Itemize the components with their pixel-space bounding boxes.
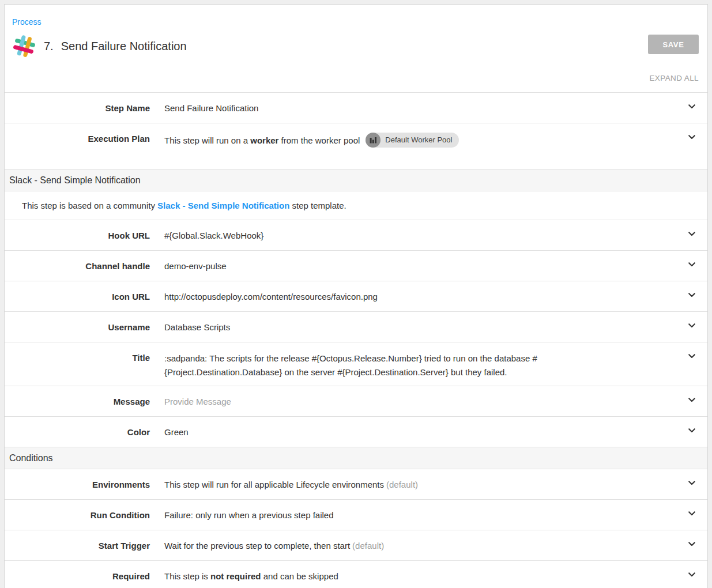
community-template-info: This step is based on a community Slack … — [5, 191, 707, 220]
row-required[interactable]: Required This step is not required and c… — [5, 560, 707, 588]
title-row: 7. Send Failure Notification SAVE — [12, 33, 699, 59]
row-execution-plan[interactable]: Execution Plan This step will run on a w… — [5, 123, 707, 169]
row-message[interactable]: Message Provide Message — [5, 386, 707, 416]
save-button[interactable]: SAVE — [648, 35, 699, 54]
icon-url-value: http://octopusdeploy.com/content/resourc… — [164, 291, 378, 303]
required-value: This step is not required and can be ski… — [164, 570, 338, 582]
chevron-down-icon[interactable] — [687, 133, 696, 142]
title-value: :sadpanda: The scripts for the release #… — [164, 352, 623, 379]
color-label: Color — [5, 426, 150, 438]
required-label: Required — [5, 570, 150, 582]
default-badge: (default) — [386, 480, 418, 489]
step-name-label: Step Name — [5, 102, 150, 114]
page-title: Send Failure Notification — [61, 40, 648, 53]
row-hook-url[interactable]: Hook URL #{Global.Slack.WebHook} — [5, 220, 707, 250]
row-channel-handle[interactable]: Channel handle demo-env-pulse — [5, 250, 707, 281]
info-text: This step is based on a community — [22, 201, 157, 210]
chevron-down-icon[interactable] — [687, 395, 696, 405]
username-value: Database Scripts — [164, 321, 230, 333]
hook-url-value: #{Global.Slack.WebHook} — [164, 229, 263, 242]
section-header-step-template: Slack - Send Simple Notification — [5, 169, 707, 191]
channel-handle-value: demo-env-pulse — [164, 260, 227, 272]
row-color[interactable]: Color Green — [5, 416, 707, 447]
chevron-down-icon[interactable] — [687, 260, 696, 269]
breadcrumb-process-link[interactable]: Process — [12, 17, 42, 27]
process-step-card: Process 7. Send Failure Notification SAV… — [4, 4, 708, 588]
row-title[interactable]: Title :sadpanda: The scripts for the rel… — [5, 342, 707, 386]
message-label: Message — [5, 395, 150, 408]
row-run-condition[interactable]: Run Condition Failure: only run when a p… — [5, 499, 707, 530]
chevron-down-icon[interactable] — [687, 291, 696, 300]
run-condition-value: Failure: only run when a previous step f… — [164, 509, 334, 521]
color-value: Green — [164, 426, 189, 438]
row-username[interactable]: Username Database Scripts — [5, 311, 707, 342]
execution-plan-label: Execution Plan — [5, 133, 150, 145]
row-start-trigger[interactable]: Start Trigger Wait for the previous step… — [5, 530, 707, 560]
chevron-down-icon[interactable] — [687, 102, 696, 111]
step-name-value: Send Failure Notification — [164, 102, 258, 114]
step-number: 7. — [44, 40, 54, 53]
worker-pool-chip-label: Default Worker Pool — [385, 133, 452, 148]
worker-pool-chip[interactable]: Default Worker Pool — [366, 133, 459, 148]
default-badge: (default) — [352, 541, 384, 551]
chevron-down-icon[interactable] — [687, 426, 696, 435]
environments-value: This step will run for all applicable Li… — [164, 478, 418, 491]
hook-url-label: Hook URL — [5, 229, 150, 242]
title-label: Title — [5, 352, 150, 364]
chevron-down-icon[interactable] — [687, 478, 696, 488]
chevron-down-icon[interactable] — [687, 540, 696, 549]
chevron-down-icon[interactable] — [687, 352, 696, 361]
row-environments[interactable]: Environments This step will run for all … — [5, 469, 707, 499]
chevron-down-icon[interactable] — [687, 570, 696, 579]
execution-plan-value: This step will run on a worker from the … — [164, 133, 459, 148]
environments-label: Environments — [5, 478, 150, 491]
channel-handle-label: Channel handle — [5, 260, 150, 272]
message-placeholder: Provide Message — [164, 395, 231, 408]
expand-row: EXPAND ALL — [12, 73, 699, 88]
chevron-down-icon[interactable] — [687, 509, 696, 518]
row-step-name[interactable]: Step Name Send Failure Notification — [5, 92, 707, 123]
chevron-down-icon[interactable] — [687, 321, 696, 330]
card-header: Process 7. Send Failure Notification SAV… — [5, 5, 707, 92]
section-header-conditions: Conditions — [5, 447, 707, 469]
slack-hash-icon — [12, 34, 36, 58]
icon-url-label: Icon URL — [5, 291, 150, 303]
execution-plan-text: This step will run on a worker from the … — [164, 134, 360, 146]
run-condition-label: Run Condition — [5, 509, 150, 521]
start-trigger-value: Wait for the previous step to complete, … — [164, 540, 384, 552]
step-template-link[interactable]: Slack - Send Simple Notification — [157, 201, 289, 210]
chevron-down-icon[interactable] — [687, 229, 696, 239]
row-icon-url[interactable]: Icon URL http://octopusdeploy.com/conten… — [5, 281, 707, 311]
bar-chart-icon — [366, 133, 381, 148]
expand-all-button[interactable]: EXPAND ALL — [649, 74, 699, 82]
start-trigger-label: Start Trigger — [5, 540, 150, 552]
info-text: step template. — [289, 201, 346, 210]
username-label: Username — [5, 321, 150, 333]
